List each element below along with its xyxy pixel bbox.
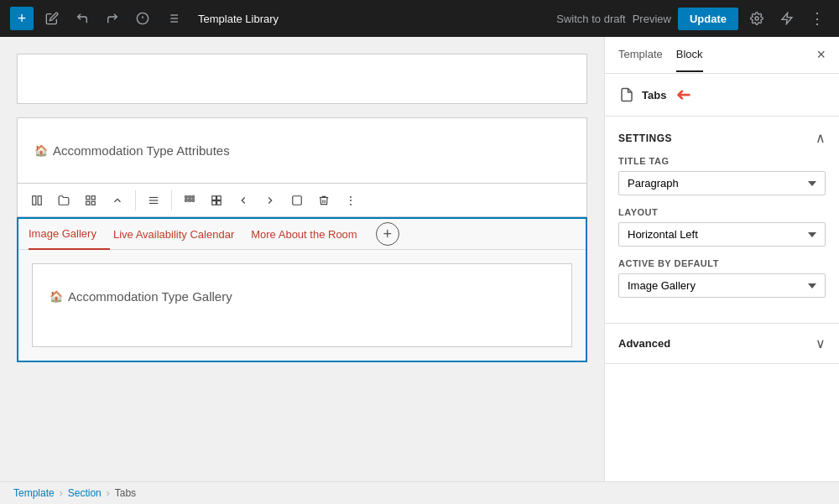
tabs-header: Image Gallery Live Availability Calendar… (18, 219, 586, 250)
empty-block-top (17, 54, 587, 104)
breadcrumb-section[interactable]: Section (68, 487, 102, 499)
breadcrumb-sep-1: › (60, 487, 63, 499)
inner-block-label: 🏠 Accommodation Type Gallery (50, 289, 555, 304)
inner-block-gallery: 🏠 Accommodation Type Gallery (32, 263, 572, 347)
toolbar-sep-2 (171, 190, 172, 210)
panel-block-indicator: Tabs ➜ (605, 74, 839, 117)
topbar-left: + Template Library (10, 7, 550, 30)
tab-more-about-room[interactable]: More About the Room (251, 220, 370, 249)
svg-rect-12 (38, 195, 41, 205)
preview-button[interactable]: Preview (633, 13, 671, 25)
breadcrumb-current: Tabs (115, 487, 136, 499)
tabs-block-icon (618, 86, 635, 103)
layout-label: LAYOUT (618, 207, 826, 217)
gear-button[interactable] (745, 7, 769, 30)
tabs-content: 🏠 Accommodation Type Gallery (18, 250, 586, 361)
topbar-right: Switch to draft Preview Update ⋮ (556, 7, 829, 30)
advanced-header: Advanced ∨ (618, 335, 826, 351)
svg-rect-23 (185, 199, 187, 200)
panel-tab-template[interactable]: Template (618, 38, 663, 72)
switch-draft-button[interactable]: Switch to draft (556, 13, 625, 25)
settings-toggle-button[interactable]: ∧ (816, 130, 826, 146)
breadcrumb-bar: Template › Section › Tabs (0, 481, 839, 504)
svg-rect-14 (91, 195, 95, 199)
svg-rect-28 (212, 200, 216, 205)
redo-button[interactable] (101, 7, 124, 30)
columns-icon-button[interactable] (24, 188, 50, 213)
accommodation-attrs-block: 🏠 Accommodation Type Attributes (17, 117, 587, 184)
add-block-button[interactable]: + (10, 7, 34, 30)
main-layout: 🏠 Accommodation Type Attributes (0, 37, 839, 481)
align-icon-button[interactable] (141, 188, 166, 213)
grid2-icon-button[interactable] (177, 188, 202, 213)
prev-icon-button[interactable] (231, 188, 256, 213)
block-indicator-label: Tabs (642, 89, 666, 101)
svg-rect-11 (33, 195, 36, 205)
lightning-button[interactable] (775, 7, 799, 30)
home-icon: 🏠 (34, 144, 48, 157)
active-default-label: ACTIVE BY DEFAULT (618, 258, 826, 268)
svg-rect-30 (293, 195, 302, 205)
svg-point-9 (755, 17, 758, 20)
svg-rect-22 (192, 195, 194, 197)
panel-tab-block[interactable]: Block (676, 38, 703, 72)
more-block-options-button[interactable]: ⋮ (338, 188, 363, 213)
up-down-icon-button[interactable] (105, 188, 130, 213)
svg-rect-15 (91, 201, 95, 205)
svg-rect-20 (185, 195, 187, 197)
title-tag-select[interactable]: Paragraph H1H2H3 (618, 171, 826, 195)
active-default-field-group: ACTIVE BY DEFAULT Image Gallery Live Ava… (618, 258, 826, 298)
svg-rect-13 (86, 195, 90, 199)
layout-select[interactable]: Horizontal Left Horizontal Right Vertica… (618, 222, 826, 247)
svg-rect-27 (217, 195, 221, 200)
advanced-section: Advanced ∨ (605, 324, 839, 364)
svg-rect-26 (212, 195, 216, 200)
toolbar-sep-1 (135, 190, 136, 210)
svg-rect-29 (217, 200, 221, 205)
tab-image-gallery[interactable]: Image Gallery (29, 219, 110, 250)
active-default-select[interactable]: Image Gallery Live Availability Calendar… (618, 273, 826, 298)
tabs-block: Image Gallery Live Availability Calendar… (17, 217, 587, 362)
panel-close-button[interactable]: × (816, 46, 826, 64)
panel-header: Template Block × (605, 37, 839, 74)
next-icon-button[interactable] (258, 188, 283, 213)
list-button[interactable] (161, 7, 185, 30)
svg-rect-16 (86, 201, 90, 205)
svg-rect-24 (189, 199, 190, 200)
svg-rect-21 (189, 195, 190, 197)
svg-marker-10 (782, 13, 792, 23)
undo-button[interactable] (70, 7, 94, 30)
layout-field-group: LAYOUT Horizontal Left Horizontal Right … (618, 207, 826, 247)
red-arrow-icon: ➜ (676, 84, 691, 106)
breadcrumb-sep-2: › (107, 487, 110, 499)
pencil-icon-button[interactable] (40, 7, 64, 30)
advanced-toggle-button[interactable]: ∨ (816, 335, 826, 351)
grid3-icon-button[interactable] (204, 188, 229, 213)
settings-section: Settings ∧ TITLE TAG Paragraph H1H2H3 LA… (605, 117, 839, 324)
accommodation-attrs-label: 🏠 Accommodation Type Attributes (34, 143, 570, 158)
editor-content: 🏠 Accommodation Type Attributes (0, 54, 604, 362)
editor-area: 🏠 Accommodation Type Attributes (0, 37, 604, 481)
top-bar: + Template Library Switch to draft Previ… (0, 0, 839, 37)
info-button[interactable] (131, 7, 154, 30)
advanced-title: Advanced (618, 337, 670, 350)
block-mover-button[interactable] (284, 188, 310, 213)
folder-icon-button[interactable] (51, 188, 76, 213)
delete-block-button[interactable] (311, 188, 336, 213)
settings-title: Settings (618, 132, 672, 144)
settings-section-header: Settings ∧ (618, 130, 826, 146)
title-tag-field-group: TITLE TAG Paragraph H1H2H3 (618, 156, 826, 195)
tab-live-availability[interactable]: Live Availability Calendar (113, 220, 248, 249)
svg-rect-25 (192, 199, 194, 200)
breadcrumb-template[interactable]: Template (13, 487, 55, 499)
update-button[interactable]: Update (678, 8, 738, 30)
more-options-button[interactable]: ⋮ (805, 7, 829, 30)
panel-tabs: Template Block (618, 38, 703, 72)
home-icon-inner: 🏠 (50, 290, 63, 303)
right-panel: Template Block × Tabs ➜ Settings ∧ TITLE… (604, 37, 839, 481)
grid-icon-button[interactable] (78, 188, 103, 213)
block-toolbar-strip: ⋮ (17, 184, 587, 217)
add-tab-button[interactable]: + (376, 222, 399, 246)
page-title: Template Library (198, 13, 279, 25)
title-tag-label: TITLE TAG (618, 156, 826, 166)
